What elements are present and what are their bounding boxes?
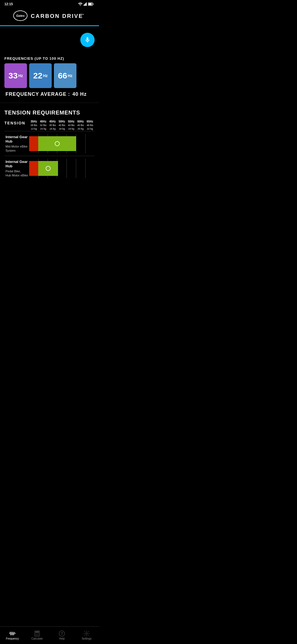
svg-rect-7 [89, 3, 92, 5]
mic-button[interactable] [80, 33, 95, 47]
tension-col-1: 40Hz 32 lbs 15 kg [38, 119, 48, 131]
svg-text:CARBON DRIVE: CARBON DRIVE [31, 13, 83, 19]
wifi-icon [78, 2, 82, 6]
tension-col-4: 55Hz 43 lbs 19 kg [67, 119, 76, 131]
gear-chart-0 [29, 131, 95, 156]
section-divider [0, 103, 99, 103]
status-bar: 12:15 [0, 0, 99, 7]
mic-area [0, 26, 99, 56]
logo-oval: Gates [13, 10, 28, 21]
green-bar-0 [38, 136, 76, 151]
tension-label: TENSION [4, 119, 29, 127]
svg-rect-4 [86, 2, 87, 6]
gear-sub-0: Mid-Motor eBike System [6, 144, 28, 152]
time: 12:15 [4, 2, 13, 6]
tension-cols: 35Hz 28 lbs 13 kg 40Hz 32 lbs 15 kg 45Hz… [29, 119, 95, 131]
freq-box-2: 66 Hz [54, 63, 76, 88]
signal-icon [84, 2, 87, 6]
tension-table: TENSION 35Hz 28 lbs 13 kg 40Hz 32 lbs 15… [4, 119, 95, 181]
gear-name-0: Internal Gear Hub [6, 135, 28, 144]
frequencies-label: FREQUENCIES (UP TO 100 HZ) [4, 56, 95, 61]
svg-rect-6 [93, 4, 94, 5]
svg-rect-2 [84, 4, 85, 6]
battery-icon [88, 2, 94, 6]
svg-rect-1 [84, 5, 84, 6]
freq-value-2: 66 [58, 71, 67, 80]
tension-header-row: TENSION 35Hz 28 lbs 13 kg 40Hz 32 lbs 15… [4, 119, 95, 131]
freq-unit-2: Hz [68, 73, 72, 78]
freq-average: FREQUENCY AVERAGE : 40 Hz [4, 91, 95, 97]
gear-name-1: Internal Gear Hub [6, 160, 28, 169]
status-icons [78, 2, 95, 6]
freq-average-value: 40 Hz [72, 91, 87, 97]
tension-col-6: 65Hz 48 lbs 22 kg [85, 119, 95, 131]
gear-sub-1: Pedal Bike,Hub Motor eBike [6, 169, 28, 177]
tension-col-3: 50Hz 40 lbs 18 kg [57, 119, 67, 131]
freq-value-1: 22 [33, 71, 42, 80]
gear-row-0: Internal Gear Hub Mid-Motor eBike System [4, 131, 95, 156]
freq-unit-1: Hz [43, 73, 48, 78]
gear-label-0: Internal Gear Hub Mid-Motor eBike System [4, 131, 29, 156]
gear-chart-1 [29, 156, 95, 181]
indicator-dot-0 [55, 141, 60, 146]
svg-rect-3 [85, 3, 86, 6]
freq-box-0: 33 Hz [4, 63, 27, 88]
tension-section: TENSION REQUIREMENTS TENSION 35Hz 28 lbs… [0, 105, 99, 181]
tension-col-0: 35Hz 28 lbs 13 kg [29, 119, 38, 131]
frequencies-section: FREQUENCIES (UP TO 100 HZ) 33 Hz 22 Hz 6… [0, 56, 99, 100]
svg-point-0 [80, 5, 81, 6]
gear-label-1: Internal Gear Hub Pedal Bike,Hub Motor e… [4, 156, 29, 181]
gear-row-1: Internal Gear Hub Pedal Bike,Hub Motor e… [4, 156, 95, 181]
indicator-dot-1 [46, 166, 51, 171]
freq-value-0: 33 [9, 71, 18, 80]
header: Gates CARBON DRIVE ™ [0, 7, 99, 25]
freq-box-1: 22 Hz [29, 63, 52, 88]
green-bar-1 [38, 161, 58, 176]
freq-boxes: 33 Hz 22 Hz 66 Hz [4, 63, 95, 88]
logo-oval-text: Gates [16, 14, 25, 17]
tension-title: TENSION REQUIREMENTS [4, 110, 95, 116]
logo-container: Gates CARBON DRIVE ™ [13, 10, 86, 21]
tension-col-2: 45Hz 35 lbs 16 kg [48, 119, 57, 131]
red-bar-1 [29, 161, 38, 176]
svg-text:™: ™ [82, 13, 84, 16]
logo-svg: CARBON DRIVE ™ [31, 12, 86, 20]
red-bar-0 [29, 136, 38, 151]
freq-unit-0: Hz [18, 73, 23, 78]
tension-col-5: 60Hz 45 lbs 20 kg [76, 119, 85, 131]
mic-icon [84, 37, 91, 43]
